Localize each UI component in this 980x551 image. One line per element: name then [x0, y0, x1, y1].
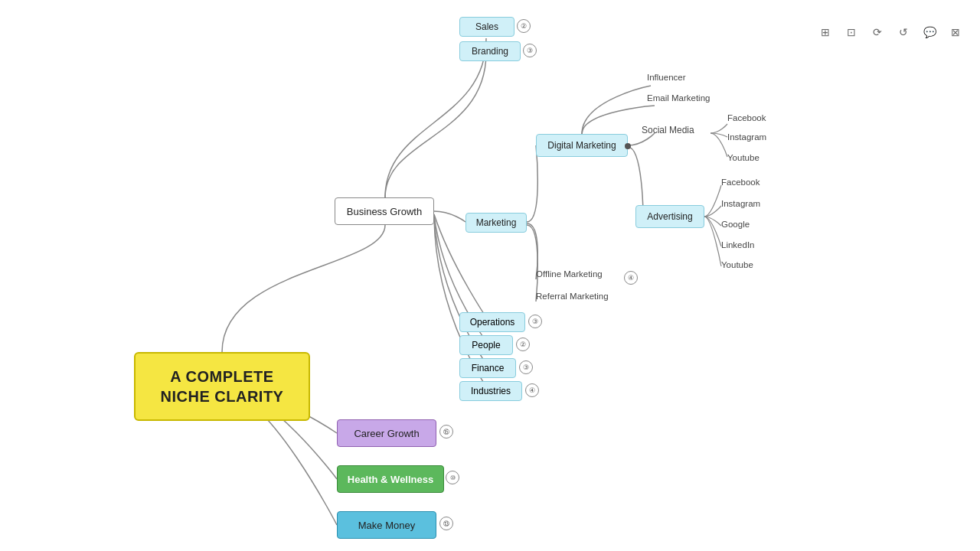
finance-label: Finance — [472, 363, 505, 373]
toolbar-icon-5[interactable]: 💬 — [920, 23, 939, 41]
sales-node[interactable]: Sales — [459, 17, 514, 37]
digital-marketing-label: Digital Marketing — [547, 140, 616, 151]
finance-badge: ③ — [519, 360, 533, 374]
referral-marketing-label: Referral Marketing — [536, 292, 609, 301]
operations-node[interactable]: Operations — [459, 312, 525, 332]
people-label: People — [472, 340, 500, 350]
toolbar-icon-6[interactable]: ⊠ — [946, 23, 965, 41]
make-money-node[interactable]: Make Money — [337, 511, 436, 539]
operations-badge: ③ — [528, 315, 542, 328]
advertising-label: Advertising — [647, 211, 692, 222]
sales-label: Sales — [475, 21, 498, 32]
instagram-social-label: Instagram — [727, 132, 766, 142]
industries-node[interactable]: Industries — [459, 381, 522, 401]
marketing-label: Marketing — [476, 217, 517, 228]
business-growth-node[interactable]: Business Growth — [335, 197, 434, 225]
instagram-adv-label: Instagram — [721, 199, 760, 208]
sales-badge: ② — [517, 19, 531, 33]
facebook-social-label: Facebook — [727, 113, 766, 122]
youtube-adv-node: Youtube — [721, 260, 753, 269]
facebook-adv-label: Facebook — [721, 178, 760, 187]
make-money-badge: ⑬ — [439, 517, 453, 530]
finance-node[interactable]: Finance — [459, 358, 516, 378]
offline-marketing-label: Offline Marketing — [536, 269, 603, 279]
youtube-social-node: Youtube — [727, 153, 760, 162]
health-wellness-node[interactable]: Health & Wellness — [337, 465, 444, 493]
youtube-adv-label: Youtube — [721, 260, 753, 269]
operations-label: Operations — [470, 317, 515, 328]
make-money-label: Make Money — [358, 520, 415, 531]
facebook-adv-node: Facebook — [721, 178, 760, 187]
people-badge: ② — [516, 337, 530, 351]
instagram-adv-node: Instagram — [721, 199, 760, 208]
industries-label: Industries — [471, 386, 511, 396]
advertising-node[interactable]: Advertising — [635, 205, 704, 228]
industries-badge: ④ — [525, 383, 539, 397]
youtube-social-label: Youtube — [727, 153, 760, 162]
offline-marketing-node: Offline Marketing — [536, 269, 603, 279]
branding-badge: ③ — [523, 44, 537, 57]
branding-node[interactable]: Branding — [459, 41, 521, 61]
health-wellness-badge: ⑩ — [446, 471, 459, 484]
influencer-label: Influencer — [647, 73, 686, 82]
career-growth-node[interactable]: Career Growth — [337, 419, 436, 447]
main-title-node: A COMPLETE NICHE CLARITY — [134, 352, 310, 421]
toolbar-icon-3[interactable]: ⟳ — [868, 23, 887, 41]
cursor-indicator — [625, 143, 631, 149]
toolbar-icon-1[interactable]: ⊞ — [816, 23, 835, 41]
referral-marketing-node: Referral Marketing — [536, 292, 609, 301]
google-label: Google — [721, 220, 750, 229]
digital-marketing-node[interactable]: Digital Marketing — [536, 134, 628, 157]
main-title-text: A COMPLETE NICHE CLARITY — [161, 367, 284, 406]
business-growth-label: Business Growth — [347, 206, 422, 217]
email-marketing-node: Email Marketing — [647, 93, 710, 103]
branding-label: Branding — [472, 46, 508, 57]
people-node[interactable]: People — [459, 335, 513, 355]
instagram-social-node: Instagram — [727, 132, 766, 142]
email-marketing-label: Email Marketing — [647, 93, 710, 103]
linkedin-label: LinkedIn — [721, 240, 754, 249]
google-node: Google — [721, 220, 750, 229]
toolbar-icon-2[interactable]: ⊡ — [842, 23, 861, 41]
facebook-social-node: Facebook — [727, 113, 766, 122]
influencer-node: Influencer — [647, 73, 686, 82]
social-media-node: Social Media — [642, 125, 694, 135]
social-media-label: Social Media — [642, 125, 694, 135]
career-growth-label: Career Growth — [354, 428, 419, 439]
linkedin-node: LinkedIn — [721, 240, 754, 249]
offline-marketing-badge: ④ — [624, 271, 638, 285]
toolbar: ⊞ ⊡ ⟳ ↺ 💬 ⊠ — [816, 23, 965, 41]
toolbar-icon-4[interactable]: ↺ — [894, 23, 913, 41]
health-wellness-label: Health & Wellness — [348, 474, 433, 485]
career-growth-badge: ⑮ — [439, 425, 453, 439]
marketing-node[interactable]: Marketing — [466, 213, 527, 233]
